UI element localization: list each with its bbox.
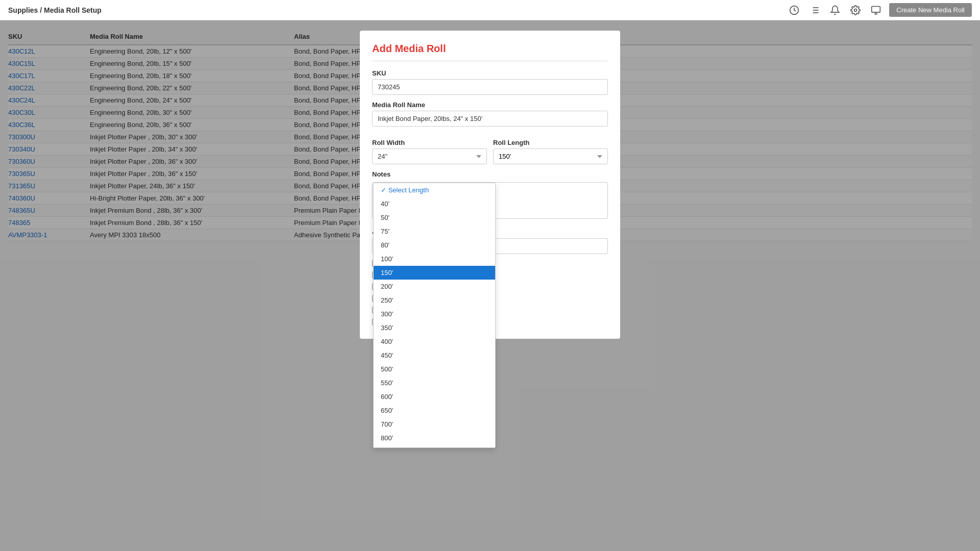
dropdown-item[interactable]: 100'	[374, 252, 495, 266]
main-content: SKU Media Roll Name Alias 430C12L Engine…	[0, 20, 980, 551]
roll-width-field: Roll Width 12" 15" 17" 18" 22" 24" 30" 3…	[372, 133, 487, 164]
breadcrumb: Supplies / Media Roll Setup	[8, 6, 102, 14]
notifications-icon[interactable]	[828, 3, 842, 17]
dropdown-item[interactable]: 300'	[374, 307, 495, 321]
dropdown-item[interactable]: 40'	[374, 197, 495, 211]
dropdown-item[interactable]: 800'	[374, 431, 495, 445]
dropdown-item[interactable]: 500'	[374, 362, 495, 376]
dropdown-item[interactable]: 150'	[374, 266, 495, 280]
svg-point-7	[854, 9, 857, 11]
roll-length-label: Roll Length	[493, 139, 608, 146]
dropdown-item[interactable]: 900'	[374, 445, 495, 448]
top-bar: Supplies / Media Roll Setup Create New M…	[0, 0, 980, 20]
modal-title: Add Media Roll	[372, 43, 608, 61]
dropdown-item[interactable]: 600'	[374, 390, 495, 404]
settings-icon[interactable]	[848, 3, 863, 17]
account-icon[interactable]	[869, 3, 883, 17]
roll-width-select[interactable]: 12" 15" 17" 18" 22" 24" 30" 34" 36" 42" …	[372, 148, 487, 164]
dropdown-item[interactable]: 450'	[374, 348, 495, 362]
media-roll-name-label: Media Roll Name	[372, 101, 608, 109]
dropdown-item[interactable]: 550'	[374, 376, 495, 390]
dropdown-item[interactable]: 80'	[374, 238, 495, 252]
sku-input[interactable]	[372, 79, 608, 95]
sku-label: SKU	[372, 69, 608, 77]
notes-label: Notes	[372, 170, 608, 178]
dropdown-select-length[interactable]: Select Length	[374, 183, 495, 197]
dropdown-item[interactable]: 200'	[374, 280, 495, 293]
dropdown-item[interactable]: 700'	[374, 417, 495, 431]
roll-width-label: Roll Width	[372, 139, 487, 146]
dropdown-item[interactable]: 75'	[374, 224, 495, 238]
roll-length-field: Roll Length 150'	[493, 133, 608, 164]
dropdown-item[interactable]: 650'	[374, 404, 495, 417]
roll-length-value: 150'	[499, 153, 511, 160]
dropdown-item[interactable]: 350'	[374, 321, 495, 335]
dropdown-item[interactable]: 250'	[374, 293, 495, 307]
list-icon[interactable]	[807, 3, 822, 17]
chevron-down-icon	[597, 155, 602, 158]
top-bar-icons	[787, 3, 883, 17]
media-roll-name-input[interactable]	[372, 111, 608, 127]
dropdown-item[interactable]: 50'	[374, 211, 495, 224]
history-icon[interactable]	[787, 3, 801, 17]
roll-length-display[interactable]: 150'	[493, 148, 608, 164]
roll-dimensions-row: Roll Width 12" 15" 17" 18" 22" 24" 30" 3…	[372, 133, 608, 164]
svg-rect-8	[872, 6, 880, 12]
dropdown-item[interactable]: 400'	[374, 335, 495, 348]
create-media-roll-button[interactable]: Create New Media Roll	[889, 3, 972, 17]
roll-length-dropdown[interactable]: Select Length 40'50'75'80'100'150'200'25…	[373, 183, 496, 448]
